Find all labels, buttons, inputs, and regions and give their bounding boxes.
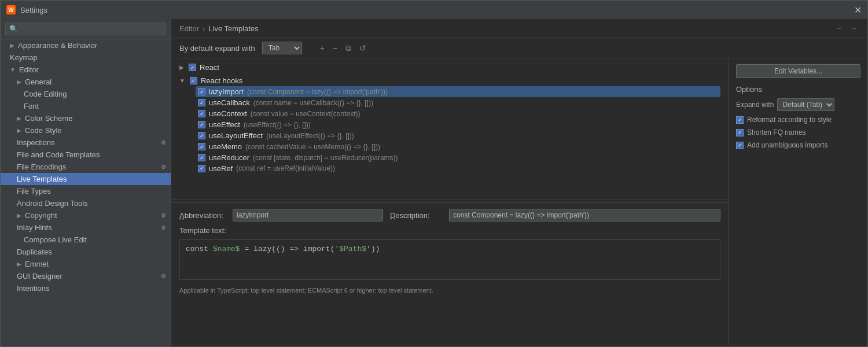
add-button[interactable]: + [317,42,328,54]
expand-with-label: Expand with [736,101,774,109]
item-checkbox[interactable]: ✓ [198,110,205,117]
item-checkbox[interactable]: ✓ [198,143,205,150]
sidebar-label: Inlay Hints [17,223,52,232]
react-checkbox[interactable]: ✓ [189,64,196,71]
sidebar-item-intentions[interactable]: Intentions [1,282,171,294]
content-area: ▶ Appearance & Behavior Keymap ▼ Editor … [1,19,867,346]
template-text-area[interactable]: const $name$ = lazy(() => import('$Path$… [179,239,720,280]
sidebar-item-file-encodings[interactable]: File Encodings ⚙ [1,161,171,173]
chevron-down-icon: ▼ [10,67,16,73]
item-desc: (useLayoutEffect(() => {}, [])) [266,132,354,140]
breadcrumb-separator: › [203,24,205,33]
search-box [1,19,171,39]
chevron-right-icon: ▶ [17,261,21,267]
template-item-useeffect[interactable]: ✓ useEffect (useEffect(() => {}, [])) [196,119,720,130]
settings-badge: ⚙ [161,212,166,219]
item-checkbox[interactable]: ✓ [198,154,205,161]
expand-select[interactable]: Tab Enter Space [262,42,302,54]
sidebar-label: Android Design Tools [17,199,88,208]
divider [171,200,729,200]
options-panel: Edit Variables... Options Expand with De… [729,58,867,346]
abbreviation-input[interactable] [233,209,383,222]
toolbar-buttons: + − ⧉ ↺ [317,42,369,54]
toolbar: By default expand with Tab Enter Space +… [171,38,867,58]
sidebar-item-copyright[interactable]: ▶ Copyright ⚙ [1,209,171,222]
sidebar-item-file-types[interactable]: File Types [1,185,171,197]
item-abbrev: lazyImport [209,87,244,96]
sidebar-item-code-editing[interactable]: Code Editing [1,88,171,100]
item-desc: (const ref = useRef(initialValue)) [236,164,335,172]
nav-forward-button[interactable]: → [848,24,859,33]
template-item-lazyimport[interactable]: ✓ lazyImport (const Component = lazy(() … [196,86,720,97]
sidebar-item-font[interactable]: Font [1,100,171,112]
sidebar-item-editor[interactable]: ▼ Editor [1,64,171,76]
sidebar-label: Color Scheme [25,114,72,123]
template-text-label-row: Template text: [179,226,720,235]
shorten-fq-checkbox[interactable]: ✓ [736,129,744,136]
sidebar-label: Emmet [25,260,49,268]
remove-button[interactable]: − [330,42,340,54]
sidebar-item-android-design-tools[interactable]: Android Design Tools [1,197,171,209]
sidebar-item-color-scheme[interactable]: ▶ Color Scheme [1,112,171,124]
template-item-useref[interactable]: ✓ useRef (const ref = useRef(initialValu… [196,163,720,174]
breadcrumb-current: Live Templates [208,24,258,33]
settings-window: W Settings ✕ ▶ Appearance & Behavior Key… [0,0,868,347]
app-icon: W [6,5,16,14]
react-group-header[interactable]: ▶ ✓ React [179,62,720,73]
search-input[interactable] [5,23,166,35]
applicable-text: Applicable in TypeScript: top level stat… [179,285,720,296]
center-panel: ▶ ✓ React ▼ ✓ React hooks [171,58,729,346]
sidebar-item-inspections[interactable]: Inspections ⚙ [1,136,171,149]
item-checkbox[interactable]: ✓ [198,88,205,95]
close-button[interactable]: ✕ [854,5,862,16]
copy-button[interactable]: ⧉ [343,42,354,54]
item-abbrev: useCallback [209,98,250,107]
item-abbrev: useMemo [209,142,242,151]
sidebar: ▶ Appearance & Behavior Keymap ▼ Editor … [1,19,171,346]
sidebar-item-appearance[interactable]: ▶ Appearance & Behavior [1,39,171,51]
item-desc: (const [state, dispatch] = useReducer(pa… [253,154,398,162]
add-unambiguous-checkbox[interactable]: ✓ [736,142,744,149]
template-items: ✓ lazyImport (const Component = lazy(() … [179,86,720,174]
item-abbrev: useLayoutEffect [209,131,263,140]
restore-button[interactable]: ↺ [356,42,369,54]
sidebar-item-inlay-hints[interactable]: Inlay Hints ⚙ [1,222,171,234]
template-item-usecallback[interactable]: ✓ useCallback (const name = useCallback(… [196,97,720,108]
reformat-checkbox[interactable]: ✓ [736,116,744,124]
template-item-usememo[interactable]: ✓ useMemo (const cachedValue = useMemo((… [196,141,720,152]
react-group: ▶ ✓ React [171,61,729,74]
sidebar-item-duplicates[interactable]: Duplicates [1,246,171,258]
item-checkbox[interactable]: ✓ [198,99,205,106]
template-item-uselayouteffect[interactable]: ✓ useLayoutEffect (useLayoutEffect(() =>… [196,130,720,141]
chevron-right-icon: ▶ [179,64,184,71]
react-hooks-group-header[interactable]: ▼ ✓ React hooks [179,75,720,86]
sidebar-label: Intentions [17,284,49,293]
expand-with-select[interactable]: Default (Tab) Tab Enter Space [777,98,834,111]
template-item-usecontext[interactable]: ✓ useContext (const value = useContext(c… [196,108,720,119]
sidebar-label: Duplicates [17,248,52,256]
edit-variables-button[interactable]: Edit Variables... [736,64,860,78]
description-input[interactable] [449,209,720,222]
var-name: $name$ [213,245,240,253]
chevron-right-icon: ▶ [17,79,21,85]
sidebar-item-general[interactable]: ▶ General [1,76,171,88]
sidebar-item-live-templates[interactable]: Live Templates [1,173,171,185]
sidebar-item-gui-designer[interactable]: GUI Designer ⚙ [1,270,171,282]
template-item-usereducer[interactable]: ✓ useReducer (const [state, dispatch] = … [196,152,720,163]
sidebar-label: File Encodings [17,163,66,171]
sidebar-item-compose-live-edit[interactable]: Compose Live Edit [1,234,171,246]
item-checkbox[interactable]: ✓ [198,165,205,172]
item-checkbox[interactable]: ✓ [198,132,205,139]
sidebar-item-keymap[interactable]: Keymap [1,51,171,64]
sidebar-item-file-code-templates[interactable]: File and Code Templates [1,149,171,161]
react-hooks-checkbox[interactable]: ✓ [190,77,197,84]
sidebar-item-emmet[interactable]: ▶ Emmet [1,258,171,270]
settings-badge: ⚙ [161,273,166,279]
chevron-down-icon: ▼ [179,77,185,84]
sidebar-item-code-style[interactable]: ▶ Code Style [1,124,171,136]
sidebar-label: Editor [19,65,39,74]
item-checkbox[interactable]: ✓ [198,121,205,128]
settings-badge: ⚙ [161,164,166,170]
nav-back-button[interactable]: ← [834,24,845,33]
react-hooks-group-label: React hooks [201,76,242,85]
